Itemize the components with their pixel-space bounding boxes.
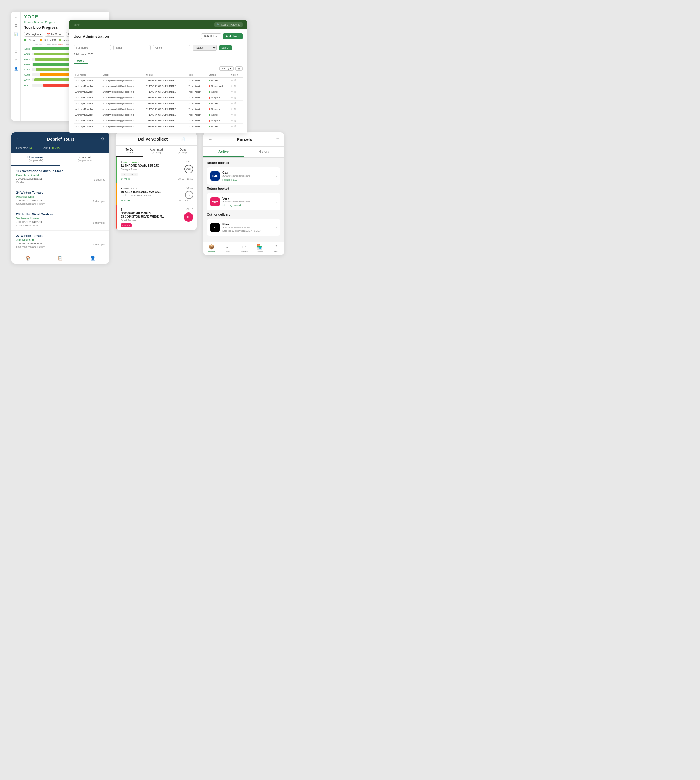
debrief-address: 24 Winton Terrace	[16, 191, 105, 194]
chevron-right-icon[interactable]: ›	[275, 174, 277, 178]
delete-icon[interactable]: 🗑	[234, 96, 237, 99]
total-users-label: Total users: 5370	[73, 53, 243, 56]
parcel-card: very Very JD03948596686958695 View my ba…	[207, 193, 280, 210]
sidebar-chart-icon[interactable]: 📊	[13, 32, 19, 37]
delete-icon[interactable]: 🗑	[234, 114, 237, 116]
parcel-card: GAP Gap JD03948596686958695 Print my lab…	[207, 167, 280, 185]
delete-icon[interactable]: 🗑	[234, 90, 237, 93]
deliver-back-button[interactable]: ←	[121, 136, 125, 142]
debrief-settings-icon[interactable]: ⚙	[101, 137, 105, 141]
table-row: Anthony Kowalski anthony.kowalski@yodel.…	[73, 101, 243, 106]
tab-scanned[interactable]: Scanned (14 parcels)	[60, 153, 109, 165]
erin-top-actions: Bulk Upload Add User +	[201, 33, 243, 39]
deliver-more-icon[interactable]: ⋮	[188, 137, 192, 141]
more-button-1[interactable]: ⊕ More 08:10 - 11:10	[121, 177, 193, 180]
parcel-action-link[interactable]: Print my label	[222, 178, 273, 181]
cell-status: Suspend	[207, 95, 229, 101]
delete-icon[interactable]: 🗑	[234, 119, 237, 122]
deliver-header: ← Deliver/Collect 📄 ⋮	[116, 132, 197, 146]
edit-icon[interactable]: ✏	[231, 90, 233, 93]
parcel-action-link[interactable]: View my barcode	[222, 204, 273, 207]
debrief-nav-home[interactable]: 🏠	[12, 255, 44, 261]
edit-icon[interactable]: ✏	[231, 125, 233, 128]
parcel-section-title: Return booked	[207, 161, 280, 164]
cell-name: Anthony Kowalski	[73, 124, 101, 129]
sidebar-map-icon[interactable]: ⊞	[13, 40, 19, 45]
delete-icon[interactable]: 🗑	[234, 108, 237, 110]
sidebar-clock-icon[interactable]: ⊡	[13, 49, 19, 54]
edit-icon[interactable]: ✏	[231, 85, 233, 87]
chevron-right-icon[interactable]: ›	[275, 200, 277, 204]
debrief-list: 117 Westmorland Avenue Place David MacDo…	[12, 166, 109, 252]
edit-icon[interactable]: ✏	[231, 96, 233, 99]
edit-icon[interactable]: ✏	[231, 102, 233, 105]
parcel-tracking: JD03948596686958695	[222, 226, 273, 229]
sort-button[interactable]: Sort by ▾	[219, 67, 233, 71]
delete-icon[interactable]: 🗑	[234, 79, 237, 82]
client-filter[interactable]	[153, 45, 190, 50]
parcels-tabs: Active History	[203, 147, 284, 157]
filter-columns-button[interactable]: ⊞	[235, 67, 243, 71]
chevron-right-icon[interactable]: ›	[275, 225, 277, 230]
parcel-brand: Gap	[222, 171, 273, 174]
parcels-bottom-nav: 📦 Parcel ✓ Task ↩ Returns 🏪 Stores ? Hel…	[203, 242, 284, 255]
cell-status: Active	[207, 101, 229, 106]
more-button-2[interactable]: ⊕ More 08:10 - 11:10	[121, 199, 193, 202]
cell-status: Active	[207, 112, 229, 118]
edit-icon[interactable]: ✏	[231, 108, 233, 110]
add-user-button[interactable]: Add User +	[223, 33, 243, 39]
sidebar-list-icon[interactable]: ☰	[13, 23, 19, 28]
search-icon: 🔍	[217, 23, 220, 26]
edit-icon[interactable]: ✏	[231, 119, 233, 122]
parcels-nav-item[interactable]: 📦 Parcel	[203, 244, 220, 253]
sidebar-home-icon[interactable]: ⌂	[13, 14, 19, 20]
sidebar-settings-icon[interactable]: ⊙	[13, 57, 19, 63]
location-filter[interactable]: Warrington ▾	[24, 32, 43, 37]
search-button[interactable]: Search	[219, 45, 232, 50]
legend-ahead-dot	[58, 39, 61, 42]
erin-section-title: User Administration	[73, 34, 109, 38]
cell-role: Yodel Admin	[187, 106, 207, 112]
cell-role: Yodel Admin	[187, 124, 207, 129]
deliver-panel: ← Deliver/Collect 📄 ⋮ To Do (7 stops) At…	[116, 132, 197, 230]
cell-action: ✏ 🗑	[229, 106, 243, 112]
edit-icon[interactable]: ✏	[231, 79, 233, 82]
parcels-nav-item[interactable]: ↩ Returns	[236, 244, 252, 253]
erin-search-box[interactable]: 🔍 Search Parcel Id	[214, 22, 243, 27]
parcels-title: Parcels	[237, 137, 252, 142]
status-label: Active	[211, 102, 218, 105]
sidebar-user-icon[interactable]: 👤	[13, 66, 19, 71]
delete-icon[interactable]: 🗑	[234, 85, 237, 87]
debrief-nav-list[interactable]: 📋	[44, 255, 77, 261]
delete-icon[interactable]: 🗑	[234, 125, 237, 128]
cell-client: THE VERY GROUP LIMITED	[145, 89, 187, 95]
status-dot	[208, 120, 210, 122]
parcels-menu-icon[interactable]: ≡	[276, 136, 279, 142]
email-filter[interactable]	[113, 45, 150, 50]
tab-users[interactable]: Users	[73, 58, 88, 64]
tab-active[interactable]: Active	[203, 147, 244, 157]
parcels-nav-item[interactable]: ? Help	[268, 244, 284, 253]
tab-attempted[interactable]: Attempted (2 stops)	[143, 146, 170, 157]
deliver-doc-icon[interactable]: 📄	[180, 137, 185, 141]
parcels-nav-item[interactable]: 🏪 Stores	[252, 244, 268, 253]
tab-todo[interactable]: To Do (7 stops)	[116, 146, 143, 157]
debrief-person-name: Joe Wilkinson	[16, 238, 105, 242]
parcels-nav-item[interactable]: ✓ Task	[220, 244, 236, 253]
bulk-upload-button[interactable]: Bulk Upload	[201, 33, 222, 39]
tab-history[interactable]: History	[244, 147, 284, 157]
parcels-back-button[interactable]: ←	[208, 137, 213, 142]
nav-label: Parcel	[208, 251, 215, 253]
tab-done[interactable]: Done (10 stops)	[170, 146, 197, 157]
delete-icon[interactable]: 🗑	[234, 102, 237, 105]
debrief-nav-user[interactable]: 👤	[77, 255, 109, 261]
status-label: Active	[211, 90, 218, 93]
full-name-filter[interactable]	[73, 45, 111, 50]
debrief-back-button[interactable]: ←	[16, 136, 21, 142]
table-row: Anthony Kowalski anthony.kowalski@yodel.…	[73, 84, 243, 89]
parcel-tracking: JD03948596686958695	[222, 174, 273, 177]
date-filter[interactable]: 📅 Fri 22 Jun	[45, 32, 64, 37]
tab-unscanned[interactable]: Unscanned (14 parcels)	[12, 153, 60, 165]
status-filter[interactable]: Status Active Suspended	[193, 45, 217, 50]
edit-icon[interactable]: ✏	[231, 114, 233, 116]
